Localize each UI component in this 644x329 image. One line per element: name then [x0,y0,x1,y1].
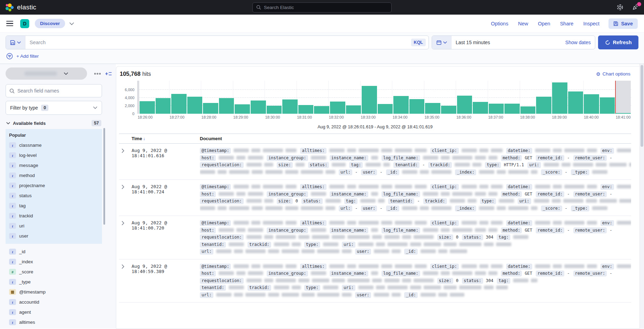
histogram-bar[interactable] [409,81,425,114]
histogram-bar[interactable] [235,81,250,114]
histogram-bar[interactable] [584,81,599,114]
histogram-bar[interactable] [536,81,551,114]
field-value: - [610,228,612,233]
refresh-button[interactable]: Refresh [598,35,638,49]
breadcrumb[interactable]: Discover [35,19,65,28]
field-item-accountid[interactable]: taccountid [6,297,102,307]
sidebar-scrollbar[interactable] [103,128,105,225]
string-field-icon: t [9,309,16,315]
nav-link-share[interactable]: Share [560,21,574,26]
time-column-header[interactable]: Time↓ [132,136,200,141]
field-item-agent[interactable]: tagent [6,307,102,317]
help-icon[interactable] [616,3,624,11]
chart-plot-area[interactable] [137,81,631,114]
field-item-_index[interactable]: t_index [6,257,102,267]
field-item-tag[interactable]: ttag [6,201,102,211]
date-picker[interactable]: Last 15 minutes Show dates [432,35,595,49]
field-item-_id[interactable]: t_id [6,247,102,257]
field-item-message[interactable]: tmessage [6,160,102,170]
field-key-badge: host: [200,227,216,233]
string-field-icon: t [9,249,16,255]
histogram-bar[interactable] [330,81,345,114]
time-range-value[interactable]: Last 15 minutes [456,40,565,45]
expand-row-icon[interactable] [119,147,132,176]
field-item-@timestamp[interactable]: ▦@timestamp [6,287,102,297]
field-key-badge: remote_user: [573,227,607,233]
histogram-bar[interactable] [457,81,472,114]
menu-icon[interactable] [6,21,13,26]
index-pattern-selector[interactable] [6,67,87,80]
gear-icon: ⚙ [596,71,600,77]
histogram-bar[interactable] [346,81,361,114]
field-item-_score[interactable]: #_score [6,267,102,277]
histogram-bar[interactable] [140,81,155,114]
histogram-bar[interactable] [425,81,440,114]
nav-link-open[interactable]: Open [538,21,550,26]
field-item-alltimes[interactable]: talltimes [6,317,102,327]
field-value: GET [525,271,532,276]
nav-link-new[interactable]: New [518,21,528,26]
field-search-input[interactable]: Search field names [6,84,102,97]
expand-row-icon[interactable] [119,263,132,299]
histogram-bar[interactable] [267,81,282,114]
histogram-bar[interactable] [156,81,171,114]
field-key-badge: client_ip: [430,184,459,190]
available-fields-toggle[interactable]: Available fields 57 [6,120,101,126]
save-button[interactable]: Save [608,18,638,29]
histogram-bar[interactable] [282,81,298,114]
expand-row-icon[interactable] [119,183,132,212]
histogram-bar[interactable] [362,81,377,114]
field-item-_type[interactable]: t_type [6,277,102,287]
field-item-log-level[interactable]: tlog-level [6,150,102,160]
field-item-user[interactable]: tuser [6,231,102,241]
histogram-bar[interactable] [600,81,615,114]
histogram-bar[interactable] [504,81,520,114]
show-dates-button[interactable]: Show dates [565,40,591,45]
expand-row-icon[interactable] [119,219,132,255]
filter-by-type-select[interactable]: Filter by type 0 [6,101,102,115]
space-avatar[interactable]: D [20,19,29,28]
saved-query-menu-button[interactable] [6,36,25,49]
histogram-bar[interactable] [489,81,504,114]
newsfeed-icon[interactable] [631,3,639,11]
histogram-bar[interactable] [520,81,536,114]
histogram-bar[interactable] [552,81,567,114]
histogram-bar[interactable] [473,81,488,114]
redacted-value [274,242,301,246]
histogram-bar[interactable] [219,81,234,114]
date-field-icon: ▦ [9,289,16,295]
nav-link-options[interactable]: Options [491,21,508,26]
histogram-bar[interactable] [568,81,583,114]
collapse-sidebar-icon[interactable] [105,71,112,76]
histogram-bar[interactable] [298,81,314,114]
filter-icon[interactable] [6,53,13,59]
date-quick-select-button[interactable] [432,36,451,49]
histogram-bar[interactable] [441,81,456,114]
histogram-bar[interactable] [615,81,631,114]
field-item-classname[interactable]: tclassname [6,140,102,150]
field-item-appname[interactable]: tappname [6,327,102,329]
boxes-horizontal-icon[interactable] [94,73,101,74]
kql-language-button[interactable]: KQL [411,39,426,46]
histogram-bar[interactable] [203,81,218,114]
chevron-down-icon[interactable] [69,21,74,27]
chart-options-button[interactable]: ⚙ Chart options [596,71,630,77]
elastic-logo[interactable]: elastic [5,3,36,12]
histogram-bar[interactable] [251,81,266,114]
global-search-input[interactable]: Search Elastic [252,2,392,13]
field-item-trackid[interactable]: ttrackid [6,211,102,221]
histogram-bar[interactable] [171,81,187,114]
page-scrollbar[interactable] [639,64,644,329]
histogram-bar[interactable] [314,81,329,114]
field-item-method[interactable]: tmethod [6,170,102,180]
histogram-bar[interactable] [187,81,203,114]
histogram-bar[interactable] [378,81,393,114]
nav-link-inspect[interactable]: Inspect [583,21,599,26]
add-filter-button[interactable]: + Add filter [16,54,39,59]
field-item-uri[interactable]: turi [6,221,102,231]
histogram-bar[interactable] [393,81,409,114]
field-item-status[interactable]: tstatus [6,191,102,201]
field-item-projectname[interactable]: tprojectname [6,180,102,191]
kql-search-input[interactable]: Search KQL [6,35,429,49]
sort-descending-icon[interactable]: ↓ [143,136,145,141]
